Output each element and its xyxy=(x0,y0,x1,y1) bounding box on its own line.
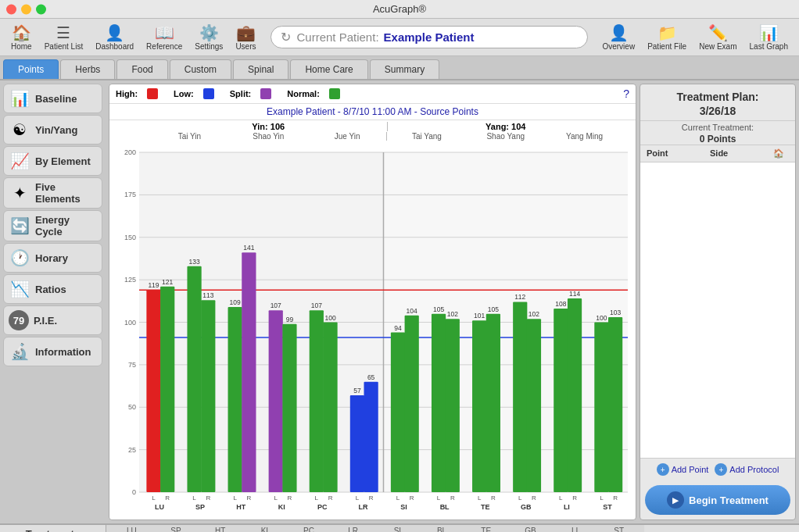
svg-rect-75 xyxy=(446,319,460,492)
svg-text:R: R xyxy=(410,495,414,502)
reference-label: Reference xyxy=(146,42,182,51)
patient-file-icon: 📁 xyxy=(657,23,677,42)
svg-text:R: R xyxy=(369,495,374,502)
graph-icon: 📊 xyxy=(759,23,779,42)
pie-icon: 79 xyxy=(9,310,29,330)
treatments-section: Treatments 🪡 👂 🧍 ✦ xyxy=(0,525,106,532)
section-labels: Tai Yin Shao Yin Jue Yin Tai Yang Shao Y… xyxy=(109,131,636,141)
col-point-header: Point xyxy=(647,148,710,159)
legend-high-box xyxy=(147,88,158,99)
dashboard-button[interactable]: 👤 Dashboard xyxy=(91,22,138,52)
svg-text:HT: HT xyxy=(236,503,245,511)
svg-text:SP: SP xyxy=(195,503,205,511)
users-icon: 💼 xyxy=(236,23,256,42)
svg-rect-100 xyxy=(594,323,608,493)
sidebar-item-fiveelements[interactable]: ✦ Five Elements xyxy=(3,177,102,209)
tr-col-si: SI xyxy=(375,527,420,532)
sidebar-label-horary: Horary xyxy=(35,252,68,264)
sidebar-item-pie[interactable]: 79 P.I.E. xyxy=(3,305,102,335)
patient-list-button[interactable]: ☰ Patient List xyxy=(40,22,88,52)
sidebar-item-horary[interactable]: 🕐 Horary xyxy=(3,243,102,273)
settings-label: Settings xyxy=(195,42,223,51)
patient-name: Example Patient xyxy=(384,30,475,44)
sidebar-label-energycycle: Energy Cycle xyxy=(35,214,97,237)
svg-text:LU: LU xyxy=(155,503,164,511)
svg-rect-40 xyxy=(242,252,256,492)
svg-text:R: R xyxy=(491,495,496,502)
svg-text:L: L xyxy=(274,495,278,502)
ratios-icon: 📉 xyxy=(9,280,30,298)
svg-text:L: L xyxy=(600,495,604,502)
svg-text:TE: TE xyxy=(481,503,490,511)
add-protocol-label: Add Protocol xyxy=(729,465,779,474)
tab-points[interactable]: Points xyxy=(3,59,59,79)
svg-text:25: 25 xyxy=(128,446,136,454)
svg-text:105: 105 xyxy=(433,305,444,313)
begin-treatment-label: Begin Treatment xyxy=(689,495,769,506)
add-protocol-icon: + xyxy=(715,463,727,476)
settings-button[interactable]: ⚙️ Settings xyxy=(190,22,228,52)
reference-button[interactable]: 📖 Reference xyxy=(142,22,187,52)
svg-rect-26 xyxy=(160,287,174,492)
sidebar-item-ratios[interactable]: 📉 Ratios xyxy=(3,274,102,304)
begin-treatment-button[interactable]: ▶ Begin Treatment xyxy=(645,485,790,515)
tab-custom[interactable]: Custom xyxy=(170,59,231,79)
sidebar-item-byelement[interactable]: 📈 By Element xyxy=(3,146,102,176)
treatments-content: LU SP HT KI PC LR SI BL TE GB LI ST LU 5… xyxy=(106,525,644,532)
svg-text:KI: KI xyxy=(278,503,285,511)
chart-svg: 0255075100125150175200119L121RLU133L113R… xyxy=(109,141,636,520)
svg-text:LR: LR xyxy=(358,503,367,511)
svg-text:114: 114 xyxy=(569,290,580,298)
chart-title: Example Patient - 8/7/10 11:00 AM - Sour… xyxy=(109,104,636,120)
right-panel: Treatment Plan: 3/26/18 Current Treatmen… xyxy=(640,84,796,520)
sidebar-item-baseline[interactable]: 📊 Baseline xyxy=(3,84,102,113)
tab-herbs[interactable]: Herbs xyxy=(60,59,115,79)
add-protocol-button[interactable]: + Add Protocol xyxy=(715,463,779,476)
home-icon: 🏠 xyxy=(12,23,31,42)
svg-text:125: 125 xyxy=(124,276,136,284)
sidebar-label-ratios: Ratios xyxy=(35,284,66,295)
tr-col-ki: KI xyxy=(242,527,287,532)
home-button[interactable]: 🏠 Home xyxy=(6,22,37,52)
window-controls xyxy=(6,4,46,14)
patient-file-button[interactable]: 📁 Patient File xyxy=(643,22,691,52)
tab-food[interactable]: Food xyxy=(116,59,167,79)
new-exam-button[interactable]: ✏️ New Exam xyxy=(694,22,741,52)
add-point-button[interactable]: + Add Point xyxy=(657,463,709,476)
minimize-button[interactable] xyxy=(21,4,31,14)
svg-text:R: R xyxy=(450,495,455,502)
new-exam-label: New Exam xyxy=(699,42,736,51)
svg-rect-79 xyxy=(472,320,486,492)
last-graph-button[interactable]: 📊 Last Graph xyxy=(745,22,793,52)
tab-spinal[interactable]: Spinal xyxy=(233,59,288,79)
users-button[interactable]: 💼 Users xyxy=(231,22,260,52)
overview-button[interactable]: 👤 Overview xyxy=(597,22,640,52)
treatment-date: 3/26/18 xyxy=(640,105,795,120)
overview-icon: 👤 xyxy=(609,23,629,42)
dashboard-label: Dashboard xyxy=(95,42,134,51)
tab-homecare[interactable]: Home Care xyxy=(290,59,367,79)
svg-rect-54 xyxy=(323,323,337,493)
svg-rect-58 xyxy=(350,395,364,492)
legend-low-box xyxy=(203,88,214,99)
svg-text:101: 101 xyxy=(474,312,485,320)
help-icon[interactable]: ? xyxy=(623,87,629,100)
sidebar-label-yinyang: Yin/Yang xyxy=(35,124,77,136)
legend-high-label: High: xyxy=(116,89,138,98)
svg-text:108: 108 xyxy=(555,300,566,308)
current-treatment-points: 0 Points xyxy=(640,134,795,145)
close-button[interactable] xyxy=(6,4,16,14)
treatments-area: Treatments 🪡 👂 🧍 ✦ LU SP HT KI PC LR SI … xyxy=(0,523,799,532)
shao-yang-label: Shao Yang xyxy=(466,132,545,141)
tab-summary[interactable]: Summary xyxy=(370,59,439,79)
legend-normal-box xyxy=(329,88,340,99)
sidebar-item-energycycle[interactable]: 🔄 Energy Cycle xyxy=(3,210,102,241)
refresh-icon[interactable]: ↻ xyxy=(281,30,291,45)
sidebar-item-yinyang[interactable]: ☯ Yin/Yang xyxy=(3,115,102,145)
svg-text:104: 104 xyxy=(407,307,417,315)
svg-text:94: 94 xyxy=(394,324,402,332)
maximize-button[interactable] xyxy=(36,4,46,14)
svg-text:99: 99 xyxy=(286,316,294,323)
horary-icon: 🕐 xyxy=(9,248,30,267)
sidebar-item-information[interactable]: 🔬 Information xyxy=(3,337,102,366)
